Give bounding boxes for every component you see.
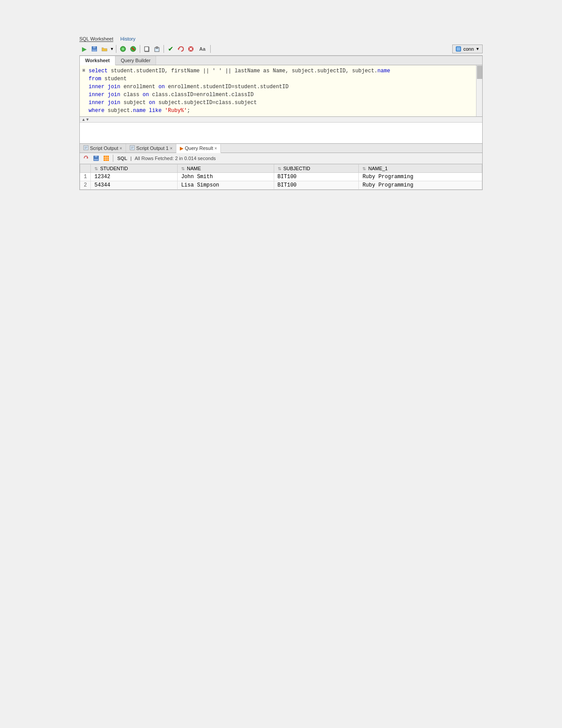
main-toolbar: ▶ ▼ ✔: [79, 43, 483, 56]
col-studentid[interactable]: ⇅ STUDENTID: [91, 164, 178, 173]
row-1-subjectid[interactable]: BIT100: [274, 173, 359, 181]
sql-editor[interactable]: ▣ select student.studentID, firstName ||…: [80, 65, 482, 117]
row-2-name[interactable]: Lisa Simpson: [177, 181, 274, 190]
db-disconnect-button[interactable]: [128, 44, 138, 54]
svg-rect-8: [145, 47, 149, 51]
col-name-icon: ⇅: [181, 166, 185, 171]
sql-line-4: inner join class on class.classID=enroll…: [82, 91, 480, 99]
col-name[interactable]: ⇅ NAME: [177, 164, 274, 173]
format-button[interactable]: Aa: [196, 44, 208, 54]
sep3: [164, 45, 164, 53]
results-toolbar: SQL | All Rows Fetched: 2 in 0.014 secon…: [80, 153, 482, 164]
row-1-name[interactable]: John Smith: [177, 173, 274, 181]
svg-rect-1: [93, 46, 96, 49]
conn-label: conn: [463, 46, 474, 52]
tab-worksheet[interactable]: Worksheet: [80, 56, 115, 65]
paste-button[interactable]: [152, 44, 162, 54]
results-tabs: Script Output × Script Output 1 × ▶ Quer…: [80, 144, 482, 153]
row-1-num: 1: [80, 173, 91, 181]
results-save-button[interactable]: [92, 154, 100, 163]
commit-button[interactable]: ✔: [166, 44, 175, 54]
open-dropdown[interactable]: ▼: [110, 44, 114, 54]
tab-history[interactable]: History: [120, 36, 135, 42]
svg-rect-16: [457, 47, 460, 51]
col-subjectid[interactable]: ⇅ SUBJECTID: [274, 164, 359, 173]
editor-scroll-thumb[interactable]: [477, 66, 482, 79]
tab-script-output-1-label: Script Output 1: [136, 146, 168, 151]
sql-label: SQL: [117, 156, 127, 161]
conn-button[interactable]: conn ▼: [452, 45, 483, 53]
svg-rect-10: [156, 47, 158, 49]
col-studentid-icon: ⇅: [94, 166, 98, 171]
svg-rect-27: [95, 156, 97, 157]
svg-marker-11: [178, 48, 179, 50]
resize-down-icon: ▼: [86, 117, 89, 122]
svg-marker-25: [86, 157, 88, 159]
results-refresh-button[interactable]: [82, 154, 90, 163]
row-1-name1[interactable]: Ruby Programming: [359, 173, 482, 181]
row-1-studentid[interactable]: 12342: [91, 173, 178, 181]
worksheet-area: Worksheet Query Builder ▣ select student…: [79, 56, 483, 144]
rollback-button[interactable]: [176, 44, 186, 54]
editor-scrollbar[interactable]: [476, 65, 482, 116]
svg-point-4: [122, 48, 124, 50]
table-row: 1 12342 John Smith BIT100 Ruby Programmi…: [80, 173, 482, 181]
results-table-container: ⇅ STUDENTID ⇅ NAME ⇅ SUBJECTID ⇅: [80, 164, 482, 190]
conn-dropdown-icon[interactable]: ▼: [476, 47, 480, 51]
svg-rect-2: [92, 49, 97, 52]
tab-query-result-close[interactable]: ×: [214, 146, 217, 151]
script-output-icon: [83, 145, 89, 151]
sql-line-2: from student: [82, 75, 480, 83]
results-area: Script Output × Script Output 1 × ▶ Quer…: [79, 144, 483, 190]
worksheet-tabs: Worksheet Query Builder: [80, 56, 482, 65]
sep4: [210, 45, 211, 53]
tab-script-output-1[interactable]: Script Output 1 ×: [126, 144, 176, 153]
col-subjectid-icon: ⇅: [278, 166, 281, 171]
query-result-icon: ▶: [180, 146, 183, 151]
svg-rect-28: [94, 159, 98, 161]
col-name1[interactable]: ⇅ NAME_1: [359, 164, 482, 173]
sql-line-5: inner join subject on subject.subjectID=…: [82, 99, 480, 107]
copy-button[interactable]: [142, 44, 152, 54]
table-header-row: ⇅ STUDENTID ⇅ NAME ⇅ SUBJECTID ⇅: [80, 164, 482, 173]
script-output-1-icon: [130, 145, 135, 151]
tab-script-output-1-close[interactable]: ×: [170, 146, 172, 151]
sep1: [116, 45, 116, 53]
tab-query-result-label: Query Result: [185, 146, 213, 151]
sep2: [140, 45, 140, 53]
resize-handle[interactable]: ▲ ▼: [80, 117, 482, 123]
tab-script-output-close[interactable]: ×: [119, 146, 122, 151]
row-num-header: [80, 164, 91, 173]
top-tab-bar: SQL Worksheet History: [79, 35, 483, 43]
row-2-studentid[interactable]: 54344: [91, 181, 178, 190]
results-table: ⇅ STUDENTID ⇅ NAME ⇅ SUBJECTID ⇅: [80, 164, 482, 190]
sql-line-3: inner join enrollment on enrollment.stud…: [82, 83, 480, 91]
cancel-button[interactable]: [186, 44, 196, 54]
results-status-text: All Rows Fetched: 2 in 0.014 seconds: [134, 156, 216, 161]
resize-up-icon: ▲: [82, 117, 86, 122]
row-2-name1[interactable]: Ruby Programming: [359, 181, 482, 190]
db-connect-button[interactable]: [118, 44, 128, 54]
svg-rect-29: [104, 156, 109, 161]
save-button[interactable]: [89, 44, 99, 54]
sql-line-6: where subject.name like 'Ruby%';: [82, 107, 480, 115]
row-2-num: 2: [80, 181, 91, 190]
row-2-subjectid[interactable]: BIT100: [274, 181, 359, 190]
run-button[interactable]: ▶: [79, 44, 89, 54]
sql-collapse-icon: ▣: [82, 67, 87, 74]
sql-line-1: ▣ select student.studentID, firstName ||…: [82, 67, 480, 75]
table-row: 2 54344 Lisa Simpson BIT100 Ruby Program…: [80, 181, 482, 190]
results-grid-button[interactable]: [102, 154, 111, 163]
tab-query-builder[interactable]: Query Builder: [115, 56, 156, 65]
tab-script-output[interactable]: Script Output ×: [80, 144, 126, 153]
tab-script-output-label: Script Output: [90, 146, 118, 151]
separator-bar: |: [130, 156, 132, 161]
tab-query-result[interactable]: ▶ Query Result ×: [176, 144, 221, 153]
results-toolbar-sep: [113, 155, 113, 162]
open-button[interactable]: [100, 44, 109, 54]
col-name1-icon: ⇅: [362, 166, 366, 171]
tab-sql-worksheet[interactable]: SQL Worksheet: [79, 36, 113, 42]
